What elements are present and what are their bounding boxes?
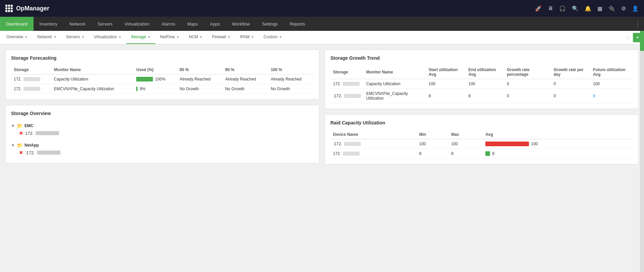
overview-arrow: ▼: [24, 35, 28, 39]
storage-growth-table: Storage Monitor Name Start utilization A…: [330, 65, 633, 103]
nav-reports[interactable]: Reports: [284, 17, 311, 31]
subnav-servers[interactable]: Servers ▼: [61, 31, 89, 44]
nav-workflow[interactable]: Workflow: [226, 17, 256, 31]
subnav-overview[interactable]: Overview ▼: [2, 31, 33, 44]
sgt-col-growth-pct: Growth rate percentage: [504, 65, 551, 79]
subnav-storage[interactable]: Storage ▼: [126, 31, 155, 44]
header-icons: 🚀 🖥 🎧 🔍 🔔 ▦ 🔌 ⚙ 👤: [535, 5, 639, 12]
sgt-col-monitor: Monitor Name: [364, 65, 426, 79]
nav-more-dots[interactable]: ⋮: [635, 20, 644, 28]
table-row: 172. Capacity Utilization 100 100 0 0 10…: [330, 79, 633, 89]
logo-grid-icon[interactable]: [5, 5, 13, 12]
row1-used: 100%: [133, 74, 177, 84]
subnav-ncm[interactable]: NCM ▼: [184, 31, 207, 44]
emc-child-1: ✖ 172.: [19, 129, 314, 137]
sgt-row2-device: :172.: [330, 89, 364, 103]
emc-ip-bar: [36, 131, 59, 135]
raid-capacity-table: Device Name Min Max Avg :172.: [330, 130, 633, 159]
storage-forecasting-panel: Storage Forecasting Storage Monitor Name…: [5, 50, 319, 100]
sgt-row2-growth-pct: 0: [504, 89, 551, 103]
netapp-folder-icon: 📁: [17, 143, 22, 148]
netapp-error-icon: ✖: [19, 150, 23, 155]
table-row: 172. 8 8 8: [330, 149, 633, 159]
nav-dashboard[interactable]: Dashboard: [0, 17, 34, 31]
nav-settings[interactable]: Settings: [256, 17, 284, 31]
raid-row1-min: 100: [417, 139, 448, 149]
col-100: 100 %: [268, 65, 314, 74]
nav-virtualization[interactable]: Virtualization: [119, 17, 156, 31]
layers-icon[interactable]: ▦: [597, 5, 602, 12]
raid-device-bar-2: [343, 152, 360, 156]
storage-growth-title: Storage Growth Trend: [330, 55, 633, 61]
raid-row1-avg: 100: [483, 139, 633, 149]
raid-col-avg: Avg: [483, 130, 633, 139]
main-content: Storage Forecasting Storage Monitor Name…: [0, 44, 644, 170]
progress-bar-small: [136, 87, 138, 91]
subnav-firewall[interactable]: Firewall ▼: [207, 31, 235, 44]
nav-maps[interactable]: Maps: [181, 17, 204, 31]
raid-row1-max: 100: [448, 139, 483, 149]
storage-forecasting-title: Storage Forecasting: [11, 55, 314, 61]
subnav-network[interactable]: Network ▼: [33, 31, 61, 44]
rocket-icon[interactable]: 🚀: [535, 5, 542, 12]
netapp-label: NetApp: [24, 143, 39, 148]
sgt-row2-growth-day: 0: [551, 89, 590, 103]
sgt-col-future: Future utilization Avg: [590, 65, 633, 79]
raid-bar-red: [485, 142, 529, 146]
row1-100: Already Reached: [268, 74, 314, 84]
row2-90: No Growth: [222, 84, 268, 94]
subnav-ipam[interactable]: IPAM ▼: [235, 31, 259, 44]
emc-ip: 172.: [25, 131, 34, 136]
scroll-thumb[interactable]: [640, 31, 644, 51]
storage-forecasting-table: Storage Monitor Name Used (%) 80 % 90 % …: [11, 65, 314, 94]
raid-col-device: Device Name: [330, 130, 417, 139]
subnav-netflow[interactable]: NetFlow ▼: [155, 31, 184, 44]
col-used-pct: Used (%): [133, 65, 177, 74]
sgt-row1-monitor: Capacity Utilization: [364, 79, 426, 89]
storage-arrow: ▼: [147, 35, 151, 39]
monitor-icon[interactable]: 🖥: [548, 5, 553, 11]
sub-nav: Overview ▼ Network ▼ Servers ▼ Virtualiz…: [0, 31, 644, 44]
col-90: 90 %: [222, 65, 268, 74]
table-row: 172. Capacity Utilization 100% Already R…: [11, 74, 314, 84]
star-icon[interactable]: ☆: [623, 34, 633, 41]
plug-icon[interactable]: 🔌: [608, 5, 615, 12]
netapp-group-row[interactable]: ▼ 📁 NetApp: [11, 142, 314, 149]
emc-group: ▼ 📁 EMC ✖ 172.: [11, 121, 314, 138]
sgt-row2-monitor: EMCVNXFile_Capacity Utilization: [364, 89, 426, 103]
table-row: :172. EMCVNXFile_Capacity Utilization 8 …: [330, 89, 633, 103]
sgt-row1-device: 172.: [330, 79, 364, 89]
nav-servers[interactable]: Servers: [92, 17, 119, 31]
emc-error-icon: ✖: [19, 130, 23, 136]
netapp-collapse-arrow: ▼: [11, 143, 15, 147]
sgt-row2-start: 8: [426, 89, 466, 103]
app-name: OpManager: [16, 5, 49, 12]
headset-icon[interactable]: 🎧: [559, 5, 566, 12]
bell-icon[interactable]: 🔔: [585, 5, 591, 12]
search-icon[interactable]: 🔍: [572, 5, 579, 12]
nav-alarms[interactable]: Alarms: [156, 17, 181, 31]
subnav-custom[interactable]: Custom ▼: [259, 31, 287, 44]
ncm-arrow: ▼: [199, 35, 203, 39]
main-nav: Dashboard Inventory Network Servers Virt…: [0, 17, 644, 31]
servers-arrow: ▼: [81, 35, 85, 39]
sgt-row1-future: 100: [590, 79, 633, 89]
vertical-scrollbar[interactable]: [640, 31, 644, 170]
subnav-virtualization[interactable]: Virtualization ▼: [89, 31, 126, 44]
nav-apps[interactable]: Apps: [204, 17, 226, 31]
right-column: Storage Growth Trend Storage Monitor Nam…: [325, 50, 639, 164]
top-header: OpManager 🚀 🖥 🎧 🔍 🔔 ▦ 🔌 ⚙ 👤: [0, 0, 644, 17]
gear-icon[interactable]: ⚙: [621, 5, 626, 12]
emc-group-row[interactable]: ▼ 📁 EMC: [11, 122, 314, 129]
emc-collapse-arrow: ▼: [11, 124, 15, 128]
sgt-col-growth-day: Growth rate per day: [551, 65, 590, 79]
user-icon[interactable]: 👤: [632, 5, 639, 12]
netapp-ip: :172.: [25, 150, 35, 155]
network-arrow: ▼: [53, 35, 57, 39]
nav-network[interactable]: Network: [63, 17, 92, 31]
nav-inventory[interactable]: Inventory: [34, 17, 63, 31]
raid-row1-device: :172.: [330, 139, 417, 149]
sgt-device-bar-1: [343, 82, 360, 86]
raid-capacity-title: Raid Capacity Utilization: [330, 120, 633, 125]
sgt-col-end: End utilization Avg: [466, 65, 504, 79]
